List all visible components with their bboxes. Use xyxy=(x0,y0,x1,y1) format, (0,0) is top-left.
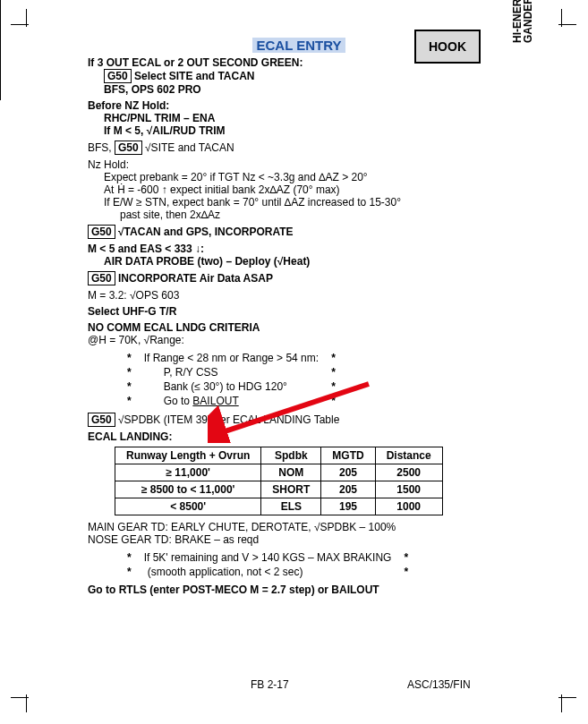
page-content: ECAL ENTRY If 3 OUT ECAL or 2 OUT SECOND… xyxy=(88,38,510,600)
s4-l4: past site, then 2x∆Az xyxy=(120,209,510,221)
s12-l1: MAIN GEAR TD: EARLY CHUTE, DEROTATE, √SP… xyxy=(88,521,510,533)
s4-l3: If E/W ≥ STN, expect bank = 70° until ∆A… xyxy=(104,196,510,209)
g50-box: G50 xyxy=(115,141,142,155)
s5-text: √TACAN and GPS, INCORPORATE xyxy=(118,226,293,238)
s1-line2: Select SITE and TACAN xyxy=(132,70,255,82)
s10-h: NO COMM ECAL LNDG CRITERIA xyxy=(88,321,510,334)
s3-pre: BFS, xyxy=(88,141,115,154)
g50-box: G50 xyxy=(88,413,115,427)
s6-l2: AIR DATA PROBE (two) – Deploy (√Heat) xyxy=(104,255,510,268)
side-label: HI-ENER GANDER xyxy=(512,0,533,43)
s6-l1: M < 5 and EAS < 333 ↓: xyxy=(88,243,510,255)
s4-l1: Expect prebank = 20° if TGT Nz < ~3.3g a… xyxy=(104,171,510,183)
s14: Go to RTLS (enter POST-MECO M = 2.7 step… xyxy=(88,583,510,596)
s8: M = 3.2: √OPS 603 xyxy=(88,289,510,302)
g50-box: G50 xyxy=(104,69,132,83)
footer-left: FB 2-17 xyxy=(251,678,289,691)
g50-box: G50 xyxy=(88,271,115,285)
criteria-table: *If Range < 28 nm or Range > 54 nm:* *P,… xyxy=(120,350,343,409)
g50-box: G50 xyxy=(88,225,115,239)
s2-line2: RHC/PNL TRIM – ENA xyxy=(104,112,510,124)
table-title: ECAL LANDING: xyxy=(88,430,510,443)
s1-line3: BFS, OPS 602 PRO xyxy=(104,83,510,96)
s2-line3: If M < 5, √AIL/RUD TRIM xyxy=(104,124,510,137)
s4-head: Nz Hold: xyxy=(88,158,510,171)
page-title: ECAL ENTRY xyxy=(252,38,345,53)
s1-line1: If 3 OUT ECAL or 2 OUT SECOND GREEN: xyxy=(88,56,510,69)
s4-l2: At Ḣ = -600 ↑ expect initial bank 2x∆AZ … xyxy=(104,183,510,196)
landing-table: Runway Length + OvrunSpdbkMGTDDistance ≥… xyxy=(115,447,443,515)
footer-right: ASC/135/FIN xyxy=(407,678,471,691)
bailout-link: BAILOUT xyxy=(192,395,238,407)
s3-post: √SITE and TACAN xyxy=(142,141,234,154)
s7-text: INCORPORATE Air Data ASAP xyxy=(118,272,273,285)
braking-table: *If 5K' remaining and V > 140 KGS – MAX … xyxy=(120,549,415,580)
s10-l: @H = 70K, √Range: xyxy=(88,334,510,346)
s12-l2: NOSE GEAR TD: BRAKE – as reqd xyxy=(88,533,510,546)
s9: Select UHF-G T/R xyxy=(88,305,510,318)
s11-text: √SPDBK (ITEM 39) per ECAL LANDING Table xyxy=(118,413,339,426)
s2-line1: Before NZ Hold: xyxy=(88,99,510,112)
